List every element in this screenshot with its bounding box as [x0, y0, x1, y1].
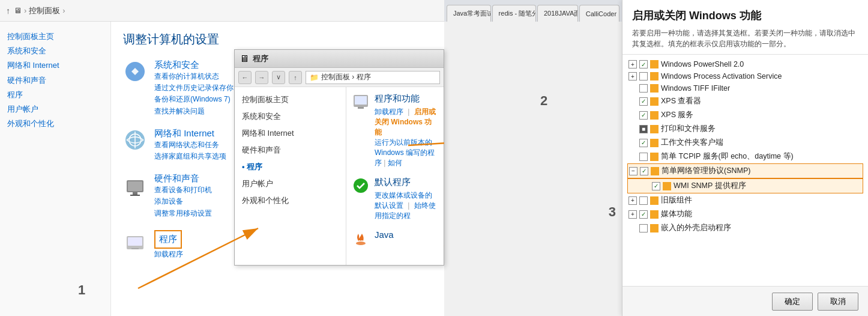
programs-category-name[interactable]: 程序 [159, 234, 177, 245]
icon-media [650, 210, 659, 219]
features-desc: 若要启用一种功能，请选择其复选框。若要关闭一种功能，请取消选中其复选框。填充的框… [632, 28, 858, 49]
tab-2018java[interactable]: 2018JAVA面试题附 [537, 5, 578, 22]
svg-rect-13 [358, 107, 364, 109]
hardware-category-links: 查看设备和打印机 添加设备 调整常用移动设置 [154, 184, 212, 219]
java-title[interactable]: Java [375, 229, 394, 240]
annotation-3: 3 [609, 204, 616, 220]
breadcrumb-label[interactable]: 控制面板 [29, 5, 60, 16]
sidebar-item-users[interactable]: 用户帐户 [7, 104, 103, 115]
svg-rect-5 [128, 181, 142, 191]
sidebar-item-home[interactable]: 控制面板主页 [7, 31, 103, 42]
svg-rect-9 [128, 237, 142, 246]
checkbox-tcpip[interactable] [639, 153, 648, 161]
hardware-link-3[interactable]: 调整常用移动设置 [154, 208, 212, 219]
expand-snmp[interactable]: − [629, 167, 637, 175]
feature-powershell: + ✓ Windows PowerShell 2.0 [627, 58, 863, 70]
sidebar-item-appearance[interactable]: 外观和个性化 [7, 118, 103, 129]
svg-rect-12 [355, 96, 367, 105]
svg-rect-10 [131, 248, 139, 249]
expand-wpas[interactable]: + [628, 72, 637, 81]
checkbox-wmi-snmp[interactable]: ✓ [652, 182, 660, 190]
icon-embedded-shell [650, 224, 659, 232]
checkbox-xps-viewer[interactable]: ✓ [639, 97, 648, 106]
system-link-1[interactable]: 查看你的计算机状态 [154, 71, 234, 82]
nav-system[interactable]: 系统和安全 [238, 109, 342, 124]
hardware-icon [123, 173, 147, 197]
java-icon [352, 229, 370, 248]
cp-title: 调整计算机的设置 [123, 31, 432, 47]
nav-programs[interactable]: 程序 [238, 159, 342, 175]
checkbox-legacy[interactable] [639, 196, 648, 205]
label-tiff: Windows TIFF IFilter [661, 84, 862, 93]
hardware-category-name[interactable]: 硬件和声音 [154, 173, 212, 184]
sidebar-item-hardware[interactable]: 硬件和声音 [7, 75, 103, 86]
system-category-name[interactable]: 系统和安全 [154, 59, 234, 71]
checkbox-xps-service[interactable]: ✓ [639, 111, 648, 120]
nav-network[interactable]: 网络和 Internet [238, 126, 342, 141]
features-footer: 确定 取消 [622, 286, 868, 316]
nav-home[interactable]: 控制面板主页 [238, 92, 342, 108]
up-button[interactable]: ↑ [6, 6, 10, 16]
system-category-links: 查看你的计算机状态 通过文件历史记录保存你 备份和还原(Windows 7) 查… [154, 71, 234, 117]
programs-titlebar: 🖥 程序 [235, 50, 444, 68]
icon-wpas [650, 72, 659, 81]
sidebar-item-programs[interactable]: 程序 [7, 90, 103, 100]
default-programs-links: 更改媒体或设备的默认设置 | 始终使用指定的程 [375, 190, 438, 221]
checkbox-powershell[interactable]: ✓ [639, 60, 648, 68]
expand-powershell[interactable]: + [628, 60, 637, 68]
network-link-2[interactable]: 选择家庭组和共享选项 [154, 151, 226, 162]
checkbox-media[interactable]: ✓ [639, 210, 648, 219]
programs-features-title[interactable]: 程序和功能 [375, 93, 438, 105]
tab-redis[interactable]: redis - 随笔分类 — — [492, 5, 536, 22]
browser-tabs: Java常考面试题_牛考 redis - 随笔分类 — — 2018JAVA面试… [444, 0, 622, 22]
section-default-programs: 默认程序 更改媒体或设备的默认设置 | 始终使用指定的程 [352, 177, 438, 221]
label-powershell: Windows PowerShell 2.0 [661, 60, 862, 68]
checkbox-wpas[interactable] [639, 72, 648, 81]
programs-link-1[interactable]: 卸载程序 [154, 249, 183, 260]
ok-button[interactable]: 确定 [772, 293, 813, 311]
programs-address-bar[interactable]: 📁 控制面板 › 程序 [306, 71, 440, 84]
feature-embedded-shell: 嵌入的外壳启动程序 [627, 221, 863, 235]
sidebar-item-network[interactable]: 网络和 Internet [7, 60, 103, 71]
hardware-link-1[interactable]: 查看设备和打印机 [154, 184, 212, 196]
system-icon [123, 59, 147, 84]
system-link-4[interactable]: 查找并解决问题 [154, 106, 234, 117]
label-legacy: 旧版组件 [661, 195, 862, 205]
system-link-2[interactable]: 通过文件历史记录保存你 [154, 82, 234, 94]
programs-nav: 控制面板主页 系统和安全 网络和 Internet 硬件和声音 程序 用户帐户 … [235, 87, 346, 265]
windows-features-panel: 启用或关闭 Windows 功能 若要启用一种功能，请选择其复选框。若要关闭一种… [622, 0, 868, 316]
down-button[interactable]: ∨ [272, 71, 285, 84]
features-list: + ✓ Windows PowerShell 2.0 + Windows Pro… [622, 55, 868, 283]
tab-java[interactable]: Java常考面试题_牛考 [447, 5, 491, 22]
checkbox-embedded-shell[interactable] [639, 224, 648, 232]
nav-appearance[interactable]: 外观和个性化 [238, 193, 342, 208]
cancel-button[interactable]: 取消 [818, 293, 858, 311]
network-link-1[interactable]: 查看网络状态和任务 [154, 139, 226, 151]
nav-hardware[interactable]: 硬件和声音 [238, 142, 342, 158]
checkbox-print[interactable]: ■ [639, 125, 648, 133]
sidebar-item-system[interactable]: 系统和安全 [7, 46, 103, 56]
up-button-prog[interactable]: ↑ [289, 71, 302, 84]
icon-work-folders [650, 139, 659, 147]
checkbox-work-folders[interactable]: ✓ [639, 139, 648, 147]
icon-xps-service [650, 111, 659, 120]
network-category-name[interactable]: 网络和 Internet [154, 128, 226, 139]
label-xps-viewer: XPS 查看器 [661, 96, 862, 106]
checkbox-tiff[interactable] [639, 84, 648, 93]
label-wmi-snmp: WMI SNMP 提供程序 [674, 181, 861, 191]
annotation-2: 2 [540, 93, 547, 109]
how-link[interactable]: 如何 [388, 159, 402, 167]
checkbox-snmp[interactable]: ✓ [640, 167, 648, 175]
tab-callicoder[interactable]: CalliCoder | Progra [579, 5, 619, 22]
hardware-link-2[interactable]: 添加设备 [154, 196, 212, 207]
nav-users[interactable]: 用户帐户 [238, 176, 342, 192]
forward-button[interactable]: → [255, 71, 268, 84]
breadcrumb-icon: 🖥 [14, 6, 22, 15]
back-button[interactable]: ← [238, 71, 252, 84]
default-programs-title[interactable]: 默认程序 [375, 177, 438, 188]
expand-media[interactable]: + [628, 210, 637, 219]
uninstall-link[interactable]: 卸载程序 [375, 108, 403, 116]
system-link-3[interactable]: 备份和还原(Windows 7) [154, 94, 234, 105]
expand-legacy[interactable]: + [628, 196, 637, 205]
feature-tiff: Windows TIFF IFilter [627, 82, 863, 94]
